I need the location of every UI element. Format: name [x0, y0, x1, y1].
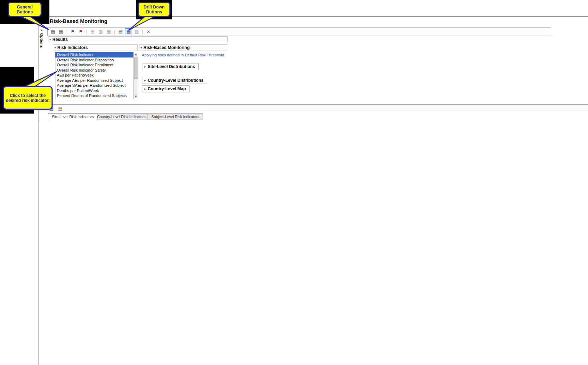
list-scrollbar[interactable]: ▲ ▼: [133, 52, 138, 99]
options-label: Options: [40, 33, 44, 48]
disclosure-wedge-icon: ▾: [49, 38, 51, 41]
results-outline-header[interactable]: ▾ Results: [48, 36, 228, 42]
country-level-distributions-button[interactable]: ▸ Country-Level Distributions: [143, 77, 207, 84]
scroll-up-icon[interactable]: ▲: [134, 52, 138, 56]
rbm-outline-header[interactable]: ▾ Risk-Based Monitoring: [139, 44, 227, 50]
disclosure-wedge-icon: ▾: [54, 46, 56, 49]
new-journal-icon[interactable]: ▤: [117, 28, 124, 35]
tab-site-level-risk-indicators[interactable]: Site-Level Risk Indicators: [48, 113, 97, 121]
risk-indicator-item[interactable]: Overall Risk Indicator: [55, 52, 138, 57]
page-title: Risk-Based Monitoring: [50, 18, 107, 24]
scroll-down-icon[interactable]: ▼: [134, 95, 138, 99]
pane-splitter[interactable]: ▦ ▤: [39, 104, 588, 112]
table-pane: [39, 120, 588, 365]
select-risk-indicator-callout: Click to select the desired risk indicat…: [3, 86, 53, 110]
risk-indicator-item[interactable]: Average AEs per Randomized Subject: [55, 78, 138, 83]
options-expand-icon[interactable]: ▸: [39, 28, 45, 32]
country-level-distributions-label: Country-Level Distributions: [148, 78, 204, 83]
disclosure-closed-icon: ▸: [144, 65, 146, 68]
disclosure-closed-icon: ▸: [144, 79, 146, 82]
toolbar-separator: |: [66, 29, 67, 34]
results-title: Results: [53, 37, 68, 42]
general-buttons-callout: General Buttons: [8, 2, 42, 17]
graph-builder-icon: ▥: [97, 28, 104, 35]
new-data-table-icon[interactable]: ▦: [49, 28, 56, 35]
rbm-threshold-note: Applying risks defined in Default Risk T…: [142, 53, 225, 57]
save-data-table-icon[interactable]: ▦: [58, 28, 65, 35]
risk-indicator-item[interactable]: Overall Risk Indicator Safety: [55, 68, 138, 73]
country-level-map-button[interactable]: ▸ Country-Level Map: [143, 85, 190, 92]
site-level-distributions-label: Site-Level Distributions: [148, 64, 195, 69]
save-table-icon[interactable]: ▤: [57, 105, 64, 112]
risk-indicator-item[interactable]: Deaths per PatientWeek: [55, 88, 138, 93]
rbm-title: Risk-Based Monitoring: [144, 45, 190, 50]
toolbar-separator: |: [86, 29, 87, 34]
drill-down-buttons-callout: Drill Down Buttons: [138, 2, 170, 17]
disclosure-wedge-icon: ▾: [140, 46, 142, 49]
risk-indicator-item[interactable]: Percent Deaths of Randomized Subjects: [55, 93, 138, 98]
toolbar-separator: |: [114, 29, 115, 34]
risk-indicators-title: Risk Indicators: [58, 45, 88, 50]
risk-indicator-item[interactable]: AEs per PatientWeek: [55, 73, 138, 78]
risk-indicator-list[interactable]: ▲ ▼ Overall Risk IndicatorOverall Risk I…: [55, 52, 138, 99]
country-level-map-label: Country-Level Map: [148, 86, 186, 91]
risk-indicator-item[interactable]: Average SAEs per Randomized Subject: [55, 83, 138, 88]
journal-red-icon[interactable]: ⚑: [77, 28, 84, 35]
toolbar: ▦▦|⚑⚑|▤▥▦|▤▦▧|×: [47, 27, 551, 36]
journal-blue-icon[interactable]: ⚑: [69, 28, 76, 35]
risk-indicators-outline-header[interactable]: ▾ Risk Indicators: [53, 44, 138, 50]
tab-subject-level-risk-indicators[interactable]: Subject-Level Risk Indicators: [148, 113, 203, 120]
disclosure-closed-icon: ▸: [144, 87, 146, 91]
drill-down-data-table-icon[interactable]: ▦: [125, 28, 132, 35]
scroll-thumb[interactable]: [134, 57, 138, 79]
tab-country-level-risk-indicators[interactable]: Country-Level Risk Indicators: [93, 113, 149, 120]
distribution-icon: ▤: [89, 28, 96, 35]
site-level-distributions-button[interactable]: ▸ Site-Level Distributions: [143, 63, 199, 70]
bar-chart-icon: ▦: [105, 28, 112, 35]
toolbar-separator: |: [142, 29, 143, 34]
risk-indicator-item[interactable]: Overall Risk Indicator Enrollment: [55, 62, 138, 68]
map-icon: ▧: [133, 28, 140, 35]
close-report-icon[interactable]: ×: [145, 28, 152, 35]
risk-indicator-item[interactable]: Overall Risk Indicator Disposition: [55, 57, 138, 63]
